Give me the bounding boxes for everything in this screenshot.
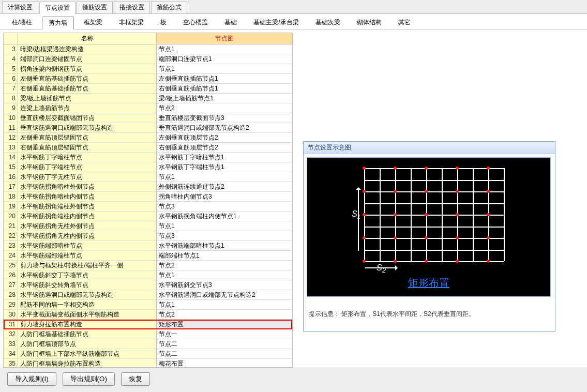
table-row[interactable]: 22水平钢筋拐角无柱内侧节点节点3 — [4, 231, 292, 241]
table-row[interactable]: 24水平钢筋端部端柱节点端部端柱节点1 — [4, 251, 292, 261]
table-row[interactable]: 29配筋不同的墙一字相交构造节点1 — [4, 300, 292, 310]
row-diagram[interactable]: 外侧钢筋连续通过节点2 — [157, 182, 292, 191]
tab-sub-6[interactable]: 基础 — [218, 16, 244, 29]
table-row[interactable]: 15水平钢筋丁字端柱节点水平钢筋丁字端柱节点1 — [4, 162, 292, 172]
table-row[interactable]: 33人防门框墙顶部节点节点二 — [4, 339, 292, 349]
row-name: 左侧垂直筋基础插筋节点 — [18, 74, 157, 83]
table-row[interactable]: 19水平钢筋拐角端柱外侧节点节点3 — [4, 202, 292, 212]
tab-sub-0[interactable]: 柱/墙柱 — [5, 16, 39, 29]
rebar-dot-icon — [456, 260, 459, 263]
row-diagram[interactable]: 右侧垂直筋插筋节点1 — [157, 84, 292, 93]
row-index: 34 — [4, 349, 18, 358]
row-diagram[interactable]: 梁/板上墙插筋节点1 — [157, 94, 292, 103]
table-row[interactable]: 23水平钢筋端部暗柱节点水平钢筋端部暗柱节点1 — [4, 241, 292, 251]
row-diagram[interactable]: 右侧垂直筋顶层节点2 — [157, 143, 292, 152]
table-row[interactable]: 14水平钢筋丁字暗柱节点水平钢筋丁字暗柱节点1 — [4, 153, 292, 162]
table-row[interactable]: 18水平钢筋拐角暗柱内侧节点拐角暗柱内侧节点3 — [4, 192, 292, 202]
row-diagram[interactable]: 节点1 — [157, 44, 292, 54]
table-row[interactable]: 10垂直筋楼层变截面锚固节点垂直筋楼层变截面节点3 — [4, 113, 292, 123]
row-diagram[interactable]: 水平钢筋斜交节点3 — [157, 280, 292, 290]
table-row[interactable]: 12左侧垂直筋顶层锚固节点左侧垂直筋顶层节点2 — [4, 133, 292, 143]
table-row[interactable]: 27水平钢筋斜交转角墙节点水平钢筋斜交节点3 — [4, 280, 292, 290]
tab-main-4[interactable]: 箍筋公式 — [151, 1, 187, 13]
tab-sub-2[interactable]: 框架梁 — [77, 16, 109, 29]
table-header-diagram: 节点图 — [157, 33, 292, 44]
row-index: 4 — [4, 54, 18, 64]
table-row[interactable]: 35人防门框墙墙身拉筋布置构造梅花布置 — [4, 359, 292, 367]
row-diagram[interactable]: 节点二 — [157, 349, 292, 358]
tab-main-2[interactable]: 箍筋设置 — [77, 1, 113, 13]
tab-sub-1[interactable]: 剪力墙 — [42, 17, 74, 29]
row-name: 暗梁/边框梁遇连梁构造 — [18, 44, 157, 54]
row-diagram[interactable]: 节点1 — [157, 221, 292, 231]
table-row[interactable]: 31剪力墙身拉筋布置构造矩形布置 — [4, 320, 292, 329]
row-diagram[interactable]: 节点2 — [157, 310, 292, 319]
tab-sub-10[interactable]: 其它 — [392, 16, 417, 29]
row-diagram[interactable]: 水平钢筋丁字端柱节点1 — [157, 162, 292, 172]
table-row[interactable]: 6左侧垂直筋基础插筋节点左侧垂直筋插筋节点1 — [4, 74, 292, 84]
table-row[interactable]: 7右侧垂直筋基础插筋节点右侧垂直筋插筋节点1 — [4, 84, 292, 94]
row-index: 18 — [4, 192, 18, 201]
row-diagram[interactable]: 矩形布置 — [157, 320, 292, 329]
row-diagram[interactable]: 左侧垂直筋顶层节点2 — [157, 133, 292, 142]
table-row[interactable]: 4端部洞口连梁锚固节点端部洞口连梁节点1 — [4, 54, 292, 64]
tab-sub-8[interactable]: 基础次梁 — [309, 16, 347, 29]
table-row[interactable]: 32人防门框墙基础插筋节点节点一 — [4, 329, 292, 339]
rebar-dot-icon — [363, 236, 366, 239]
table-body[interactable]: 3暗梁/边框梁遇连梁构造节点14端部洞口连梁锚固节点端部洞口连梁节点15拐角连梁… — [4, 44, 292, 367]
row-diagram[interactable]: 梅花布置 — [157, 359, 292, 367]
row-diagram[interactable]: 水平钢筋丁字暗柱节点1 — [157, 153, 292, 162]
row-diagram[interactable]: 节点3 — [157, 231, 292, 240]
row-diagram[interactable]: 节点一 — [157, 329, 292, 339]
table-row[interactable]: 25剪力墙与框架柱/转换柱/端柱平齐一侧节点2 — [4, 261, 292, 270]
row-diagram[interactable]: 水平钢筋遇洞口或端部无节点构造2 — [157, 290, 292, 299]
tab-sub-9[interactable]: 砌体结构 — [350, 16, 388, 29]
row-diagram[interactable]: 垂直筋楼层变截面节点3 — [157, 113, 292, 123]
row-diagram[interactable]: 节点1 — [157, 300, 292, 309]
row-diagram[interactable]: 节点二 — [157, 339, 292, 349]
row-name: 水平钢筋遇洞口或端部无节点构造 — [18, 290, 157, 299]
row-diagram[interactable]: 水平钢筋端部暗柱节点1 — [157, 241, 292, 250]
row-diagram[interactable]: 节点3 — [157, 202, 292, 211]
table-row[interactable]: 26水平钢筋斜交丁字墙节点节点1 — [4, 270, 292, 280]
tab-sub-3[interactable]: 非框架梁 — [112, 16, 150, 29]
table-row[interactable]: 21水平钢筋拐角无柱外侧节点节点1 — [4, 221, 292, 231]
row-index: 17 — [4, 182, 18, 191]
table-row[interactable]: 16水平钢筋丁字无柱节点节点1 — [4, 172, 292, 182]
tab-main-3[interactable]: 搭接设置 — [114, 1, 150, 13]
tab-sub-4[interactable]: 板 — [154, 16, 173, 29]
row-diagram[interactable]: 左侧垂直筋插筋节点1 — [157, 74, 292, 83]
tab-sub-7[interactable]: 基础主梁/承台梁 — [247, 16, 305, 29]
tab-sub-5[interactable]: 空心楼盖 — [176, 16, 215, 29]
table-row[interactable]: 13右侧垂直筋顶层锚固节点右侧垂直筋顶层节点2 — [4, 143, 292, 153]
table-row[interactable]: 11垂直钢筋遇洞口或端部无节点构造垂直筋遇洞口或端部无节点构造2 — [4, 123, 292, 133]
table-row[interactable]: 3暗梁/边框梁遇连梁构造节点1 — [4, 44, 292, 54]
row-diagram[interactable]: 节点2 — [157, 103, 292, 113]
row-diagram[interactable]: 节点2 — [157, 261, 292, 270]
table-row[interactable]: 9连梁上墙插筋节点节点2 — [4, 103, 292, 113]
row-index: 29 — [4, 300, 18, 309]
tab-main-0[interactable]: 计算设置 — [2, 1, 38, 13]
tab-main-1[interactable]: 节点设置 — [39, 2, 76, 14]
row-diagram[interactable]: 节点1 — [157, 64, 292, 73]
row-diagram[interactable]: 水平钢筋拐角端柱内侧节点1 — [157, 212, 292, 221]
import-rules-button[interactable]: 导入规则(I) — [7, 372, 56, 386]
table-row[interactable]: 5拐角连梁内侧钢筋节点节点1 — [4, 64, 292, 74]
row-diagram[interactable]: 端部洞口连梁节点1 — [157, 54, 292, 64]
table-row[interactable]: 30水平变截面墙变截面侧水平钢筋构造节点2 — [4, 310, 292, 320]
table-row[interactable]: 20水平钢筋拐角端柱内侧节点水平钢筋拐角端柱内侧节点1 — [4, 212, 292, 221]
export-rules-button[interactable]: 导出规则(O) — [63, 372, 115, 386]
table-row[interactable]: 28水平钢筋遇洞口或端部无节点构造水平钢筋遇洞口或端部无节点构造2 — [4, 290, 292, 300]
row-diagram[interactable]: 垂直筋遇洞口或端部无节点构造2 — [157, 123, 292, 132]
row-diagram[interactable]: 端部端柱节点1 — [157, 251, 292, 260]
row-diagram[interactable]: 节点1 — [157, 172, 292, 182]
restore-button[interactable]: 恢复 — [121, 372, 150, 386]
row-index: 11 — [4, 123, 18, 132]
rebar-dot-icon — [456, 167, 459, 170]
row-diagram[interactable]: 拐角暗柱内侧节点3 — [157, 192, 292, 201]
table-row[interactable]: 34人防门框墙上下部水平纵筋端部节点节点二 — [4, 349, 292, 359]
rebar-dot-icon — [456, 236, 459, 239]
table-row[interactable]: 17水平钢筋拐角暗柱外侧节点外侧钢筋连续通过节点2 — [4, 182, 292, 192]
table-row[interactable]: 8梁/板上墙插筋节点梁/板上墙插筋节点1 — [4, 94, 292, 103]
row-diagram[interactable]: 节点1 — [157, 270, 292, 280]
